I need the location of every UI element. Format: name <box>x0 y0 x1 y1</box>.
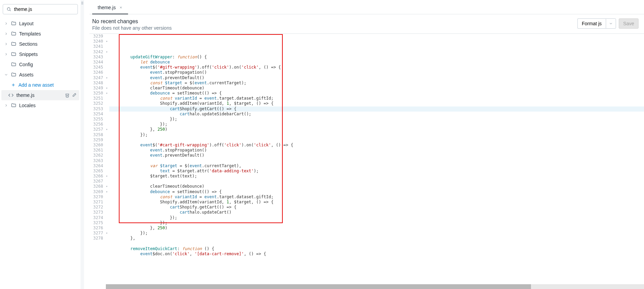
sidebar-label: theme.js <box>16 92 62 98</box>
sidebar-item-config[interactable]: Config <box>1 59 79 70</box>
sidebar-item-assets[interactable]: Assets <box>1 70 79 80</box>
chevron-down-icon <box>4 73 8 77</box>
close-icon[interactable] <box>119 6 123 9</box>
chevron-right-icon <box>4 52 8 56</box>
svg-point-5 <box>83 2 83 2</box>
add-asset-link[interactable]: Add a new asset <box>1 80 79 90</box>
code-editor[interactable]: 3239324032413242324332443245324632473248… <box>89 34 644 284</box>
sidebar-label: Locales <box>19 103 76 108</box>
add-asset-label: Add a new asset <box>18 82 54 88</box>
folder-icon <box>11 31 16 37</box>
folder-icon <box>11 52 16 57</box>
edit-icon[interactable] <box>72 93 76 98</box>
folder-icon <box>11 21 16 26</box>
folder-icon <box>11 41 16 47</box>
drag-handle-icon <box>81 1 83 5</box>
line-number-gutter: 3239324032413242324332443245324632473248… <box>89 34 106 284</box>
plus-icon <box>11 83 16 87</box>
sidebar-label: Snippets <box>19 52 76 57</box>
sidebar-item-snippets[interactable]: Snippets <box>1 49 79 59</box>
sidebar-item-layout[interactable]: Layout <box>1 18 79 29</box>
resize-divider[interactable] <box>81 0 84 289</box>
tab-label: theme.js <box>98 5 116 10</box>
sidebar-item-templates[interactable]: Templates <box>1 29 79 39</box>
search-box[interactable] <box>3 4 78 14</box>
format-button[interactable]: Format js <box>577 18 606 29</box>
svg-line-1 <box>10 10 11 11</box>
save-button: Save <box>619 18 639 29</box>
svg-point-7 <box>83 3 83 3</box>
chevron-right-icon <box>4 42 8 46</box>
svg-point-9 <box>83 4 83 4</box>
main-panel: theme.js No recent changes File does not… <box>84 0 644 289</box>
header-subtitle: File does not have any other versions <box>92 25 172 31</box>
chevron-down-icon <box>609 21 613 26</box>
trash-icon[interactable] <box>65 93 70 98</box>
search-input[interactable] <box>14 6 74 12</box>
svg-point-4 <box>82 2 82 2</box>
folder-icon <box>11 72 16 77</box>
chevron-right-icon <box>4 32 8 36</box>
sidebar-label: Assets <box>19 72 76 77</box>
sidebar-item-theme-js[interactable]: theme.js <box>1 90 79 100</box>
chevron-right-icon <box>4 21 8 26</box>
horizontal-scrollbar[interactable] <box>106 284 644 289</box>
sidebar-item-sections[interactable]: Sections <box>1 39 79 49</box>
sidebar-label: Templates <box>19 31 76 37</box>
svg-point-6 <box>82 3 82 3</box>
code-area[interactable]: updateGiftWrapper: function() { let debo… <box>109 34 644 284</box>
scrollbar-thumb[interactable] <box>106 284 531 289</box>
search-icon <box>6 7 11 12</box>
fold-gutter: ▾▾▾▾▾▾▾▾▾▾ <box>106 34 109 284</box>
tab-theme-js[interactable]: theme.js <box>92 2 128 14</box>
folder-icon <box>11 103 16 108</box>
editor-header: No recent changes File does not have any… <box>89 14 644 34</box>
tab-bar: theme.js <box>89 2 644 14</box>
code-file-icon <box>8 92 14 98</box>
sidebar: Layout Templates Sections Snippets Confi… <box>0 0 81 289</box>
format-dropdown-button[interactable] <box>606 18 616 29</box>
svg-point-0 <box>7 8 10 10</box>
svg-point-8 <box>82 4 82 4</box>
folder-icon <box>11 62 16 67</box>
sidebar-label: Layout <box>19 21 76 26</box>
sidebar-item-locales[interactable]: Locales <box>1 100 79 111</box>
chevron-right-icon <box>4 103 8 107</box>
sidebar-label: Sections <box>19 41 76 47</box>
sidebar-label: Config <box>19 62 76 67</box>
header-title: No recent changes <box>92 18 172 25</box>
